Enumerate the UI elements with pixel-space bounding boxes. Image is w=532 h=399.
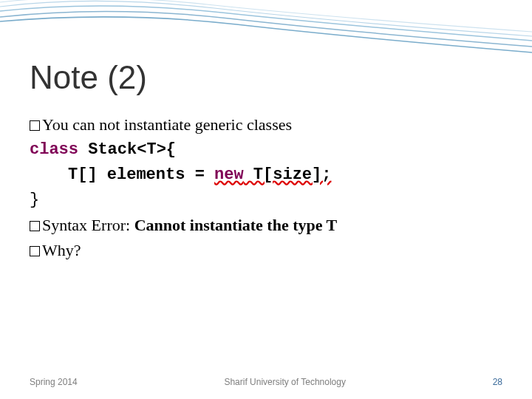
code-line-2: T[] elements = new T[size];: [30, 163, 502, 188]
code-line-1-rest: Stack<T>{: [78, 140, 176, 159]
square-bullet-icon: [30, 221, 40, 231]
footer-center: Sharif University of Technology: [224, 377, 346, 387]
keyword-new: new: [214, 166, 244, 184]
slide-content: Note (2) You can not instantiate generic…: [30, 59, 502, 264]
bullet-3: Why?: [30, 238, 502, 263]
keyword-class: class: [30, 140, 78, 159]
code-line-1: class Stack<T>{: [30, 137, 502, 163]
decorative-swoosh: [0, 0, 532, 55]
code-line-3: }: [30, 188, 502, 213]
slide-title: Note (2): [30, 59, 502, 96]
page-number: 28: [493, 377, 502, 387]
footer: Spring 2014 Sharif University of Technol…: [30, 377, 502, 387]
code-l2-a: T[] elements =: [68, 166, 214, 184]
bullet-2-bold: Cannot instantiate the type T: [134, 216, 338, 234]
square-bullet-icon: [30, 246, 40, 256]
footer-left: Spring 2014: [30, 377, 78, 387]
square-bullet-icon: [30, 120, 40, 131]
bullet-3-text: Why?: [42, 241, 81, 259]
bullet-1-text: You can not instantiate generic classes: [42, 115, 292, 134]
bullet-2-prefix: Syntax Error:: [42, 216, 134, 234]
bullet-1: You can not instantiate generic classes: [30, 112, 502, 137]
code-l2-err: T[size];: [244, 166, 332, 184]
bullet-2: Syntax Error: Cannot instantiate the typ…: [30, 213, 502, 238]
